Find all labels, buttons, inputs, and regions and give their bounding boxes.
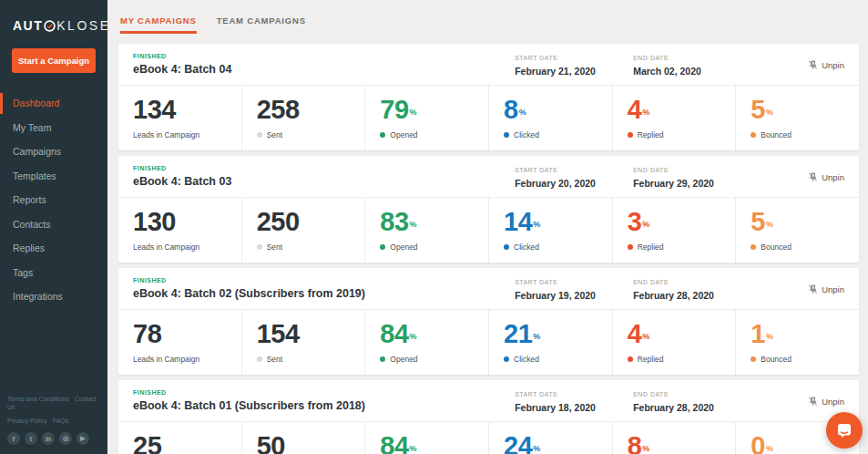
- footer-links-privacy[interactable]: Privacy Policy · FAQs: [7, 417, 100, 425]
- stat-dot-icon: [628, 356, 633, 362]
- sidebar-item-contacts[interactable]: Contacts: [0, 214, 107, 235]
- footer-links-terms[interactable]: Terms and Conditions · Contact Us: [7, 395, 100, 411]
- stat-value: 25: [133, 432, 241, 454]
- start-date-block: START DATE February 18, 2020: [515, 391, 633, 413]
- stat-label: Replied: [628, 242, 736, 252]
- start-date-value: February 19, 2020: [515, 290, 633, 301]
- campaign-card-header: FINISHED eBook 4: Batch 01 (Subscribers …: [118, 380, 859, 422]
- stat-value: 78: [133, 320, 241, 347]
- stat-label: Opened: [380, 355, 488, 364]
- campaign-stats-row: 134 Leads in Campaign 258 Sent 79% Opene…: [118, 86, 859, 150]
- status-badge: FINISHED: [133, 53, 231, 59]
- stat-value: 5%: [751, 208, 859, 235]
- stat-label: Leads in Campaign: [133, 355, 241, 364]
- campaign-stats-row: 130 Leads in Campaign 250 Sent 83% Opene…: [118, 198, 859, 263]
- start-date-block: START DATE February 20, 2020: [515, 167, 633, 189]
- sidebar-item-reports[interactable]: Reports: [0, 190, 107, 211]
- linkedin-icon[interactable]: in: [42, 432, 55, 445]
- stat-value: 4%: [628, 96, 736, 123]
- main-content: MY CAMPAIGNS TEAM CAMPAIGNS FINISHED eBo…: [107, 0, 868, 454]
- youtube-icon[interactable]: ▶: [77, 432, 89, 445]
- campaign-card: FINISHED eBook 4: Batch 01 (Subscribers …: [118, 380, 859, 454]
- unpin-label: Unpin: [822, 397, 844, 407]
- stat-label: Replied: [628, 130, 736, 139]
- stat-cell: 8% Replied: [613, 422, 737, 454]
- tab-my-campaigns[interactable]: MY CAMPAIGNS: [120, 15, 197, 34]
- stat-dot-icon: [751, 244, 756, 250]
- stat-cell: 8% Clicked: [489, 86, 613, 150]
- unpin-icon: [808, 60, 818, 70]
- facebook-icon[interactable]: f: [7, 432, 20, 445]
- stat-dot-icon: [380, 132, 385, 138]
- unpin-icon: [808, 172, 818, 182]
- stat-cell: 4% Replied: [613, 86, 737, 150]
- campaigns-tabs: MY CAMPAIGNS TEAM CAMPAIGNS: [120, 0, 859, 34]
- campaign-card-header: FINISHED eBook 4: Batch 04 START DATE Fe…: [118, 44, 859, 86]
- stat-cell: 78 Leads in Campaign: [118, 310, 242, 375]
- unpin-button[interactable]: Unpin: [808, 391, 844, 407]
- stat-cell: 250 Sent: [242, 198, 366, 263]
- campaign-title: eBook 4: Batch 03: [133, 175, 231, 188]
- instagram-icon[interactable]: ◎: [59, 432, 72, 445]
- stat-label: Opened: [380, 130, 488, 139]
- end-date-value: February 28, 2020: [633, 290, 751, 301]
- stat-dot-icon: [380, 244, 385, 250]
- unpin-button[interactable]: Unpin: [808, 167, 844, 182]
- end-date-label: END DATE: [633, 55, 751, 61]
- stat-label: Opened: [380, 242, 488, 252]
- stat-dot-icon: [504, 244, 509, 250]
- unpin-button[interactable]: Unpin: [808, 279, 844, 294]
- start-date-label: START DATE: [515, 55, 633, 61]
- campaign-card: FINISHED eBook 4: Batch 03 START DATE Fe…: [118, 156, 859, 263]
- stat-cell: 21% Clicked: [489, 310, 613, 375]
- logo-text-klose: KLOSE: [56, 18, 110, 33]
- status-badge: FINISHED: [133, 389, 365, 396]
- unpin-button[interactable]: Unpin: [808, 55, 844, 70]
- stat-label: Bounced: [751, 242, 859, 252]
- clock-icon: [44, 20, 56, 32]
- stat-cell: 83% Opened: [365, 198, 489, 263]
- campaign-title: eBook 4: Batch 02 (Subscribers from 2019…: [133, 287, 365, 300]
- stat-label: Leads in Campaign: [133, 242, 241, 252]
- chat-launcher-button[interactable]: [826, 412, 863, 449]
- sidebar-item-templates[interactable]: Templates: [0, 166, 107, 187]
- sidebar-item-campaigns[interactable]: Campaigns: [0, 141, 107, 162]
- stat-cell: 5% Bounced: [736, 86, 859, 150]
- stat-dot-icon: [628, 244, 633, 250]
- start-date-block: START DATE February 21, 2020: [515, 55, 633, 77]
- chat-icon: [835, 421, 853, 439]
- sidebar-nav: Dashboard My Team Campaigns Templates Re…: [0, 93, 107, 311]
- stat-value: 4%: [628, 320, 736, 347]
- campaign-card: FINISHED eBook 4: Batch 04 START DATE Fe…: [118, 44, 859, 150]
- twitter-icon[interactable]: t: [25, 432, 37, 445]
- sidebar-item-replies[interactable]: Replies: [0, 238, 107, 259]
- stat-value: 8%: [504, 96, 612, 123]
- sidebar-item-tags[interactable]: Tags: [0, 263, 107, 284]
- end-date-label: END DATE: [633, 279, 751, 285]
- stat-cell: 25 Leads in Campaign: [118, 422, 242, 454]
- stat-value: 84%: [380, 432, 488, 454]
- start-campaign-button[interactable]: Start a Campaign: [12, 48, 96, 73]
- tab-team-campaigns[interactable]: TEAM CAMPAIGNS: [217, 15, 306, 34]
- stat-cell: 134 Leads in Campaign: [118, 86, 242, 150]
- stat-label: Clicked: [504, 242, 612, 252]
- sidebar-item-dashboard[interactable]: Dashboard: [0, 93, 107, 114]
- sidebar-footer: Terms and Conditions · Contact Us Privac…: [0, 395, 107, 447]
- unpin-icon: [808, 284, 818, 294]
- start-date-label: START DATE: [515, 279, 633, 285]
- stat-value: 21%: [504, 320, 612, 347]
- stat-label: Bounced: [751, 355, 859, 364]
- campaign-card-list: FINISHED eBook 4: Batch 04 START DATE Fe…: [118, 44, 859, 454]
- stat-dot-icon: [257, 244, 262, 250]
- stat-label: Sent: [257, 242, 365, 252]
- stat-dot-icon: [380, 356, 385, 362]
- stat-cell: 14% Clicked: [489, 198, 613, 263]
- stat-dot-icon: [257, 132, 262, 138]
- stat-cell: 84% Opened: [365, 310, 489, 375]
- stat-value: 3%: [628, 208, 736, 235]
- stat-label: Clicked: [504, 355, 612, 364]
- sidebar-item-integrations[interactable]: Integrations: [0, 286, 107, 307]
- stat-label: Clicked: [504, 130, 612, 139]
- campaign-title: eBook 4: Batch 04: [133, 63, 231, 76]
- sidebar-item-my-team[interactable]: My Team: [0, 118, 107, 139]
